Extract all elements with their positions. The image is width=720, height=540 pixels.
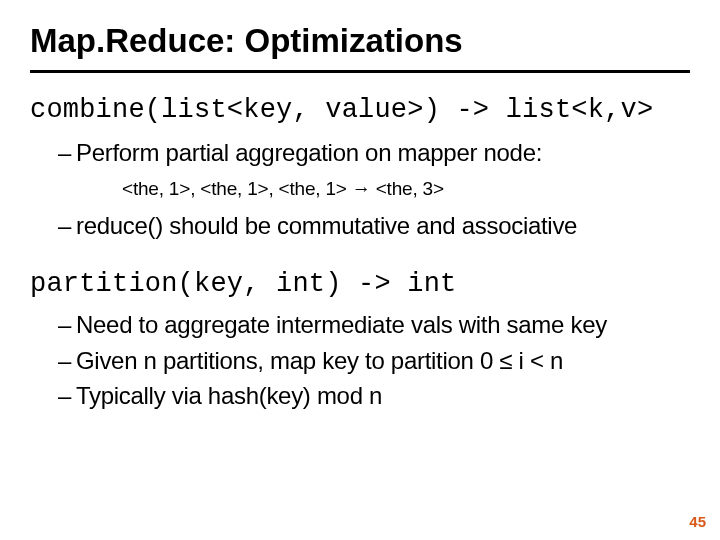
partition-bullet-2: –Given n partitions, map key to partitio… <box>58 345 690 376</box>
dash-icon: – <box>58 210 76 241</box>
combine-example: <the, 1>, <the, 1>, <the, 1> → <the, 3> <box>122 178 690 200</box>
bullet-text: Need to aggregate intermediate vals with… <box>76 311 607 338</box>
bullet-text: Typically via hash(key) mod n <box>76 382 382 409</box>
combine-bullet-2: –reduce() should be commutative and asso… <box>58 210 690 241</box>
slide-content: combine(list<key, value>) -> list<k,v> –… <box>0 73 720 411</box>
partition-bullet-1: –Need to aggregate intermediate vals wit… <box>58 309 690 340</box>
partition-bullet-3: –Typically via hash(key) mod n <box>58 380 690 411</box>
example-right: <the, 3> <box>371 178 444 199</box>
dash-icon: – <box>58 137 76 168</box>
slide-title: Map.Reduce: Optimizations <box>0 0 720 70</box>
dash-icon: – <box>58 345 76 376</box>
page-number: 45 <box>689 513 706 530</box>
bullet-text: reduce() should be commutative and assoc… <box>76 212 577 239</box>
dash-icon: – <box>58 309 76 340</box>
combine-bullet-1: –Perform partial aggregation on mapper n… <box>58 137 690 168</box>
dash-icon: – <box>58 380 76 411</box>
example-left: <the, 1>, <the, 1>, <the, 1> <box>122 178 352 199</box>
partition-bullets: –Need to aggregate intermediate vals wit… <box>30 309 690 411</box>
bullet-text: Given n partitions, map key to partition… <box>76 347 563 374</box>
combine-signature: combine(list<key, value>) -> list<k,v> <box>30 95 690 125</box>
arrow-icon: → <box>352 178 371 199</box>
slide: Map.Reduce: Optimizations combine(list<k… <box>0 0 720 540</box>
bullet-text: Perform partial aggregation on mapper no… <box>76 139 542 166</box>
partition-signature: partition(key, int) -> int <box>30 269 690 299</box>
